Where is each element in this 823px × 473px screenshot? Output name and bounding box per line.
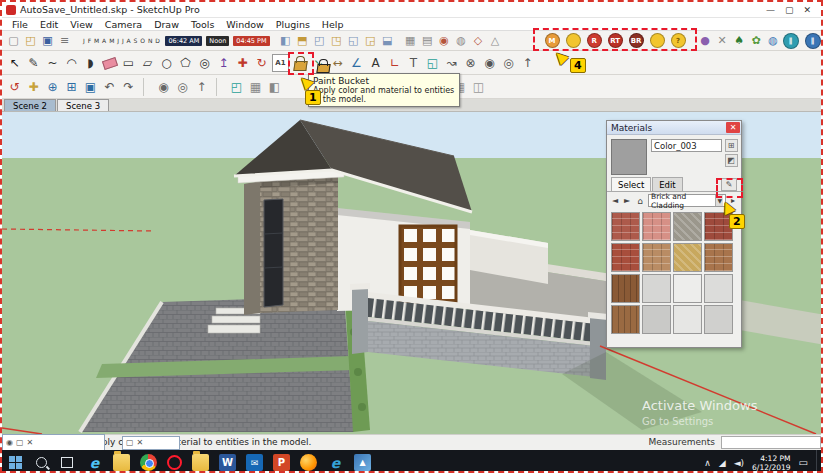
shadow-noon-time[interactable]: Noon (206, 36, 229, 46)
tape-measure-icon[interactable]: ↔ (329, 54, 346, 72)
materials-close-button[interactable]: ✕ (726, 122, 740, 133)
move-tool-icon[interactable]: ✚ (234, 54, 251, 72)
print-icon[interactable]: ≡ (57, 33, 72, 48)
look-around-icon[interactable]: ◎ (500, 54, 517, 72)
maximize-button[interactable]: ▢ (785, 5, 794, 15)
toolbar-separator[interactable] (216, 78, 224, 96)
taskbar-opera-icon[interactable]: O (167, 455, 182, 470)
eraser-tool-icon[interactable] (101, 54, 118, 72)
text-tool-icon[interactable]: A (367, 54, 384, 72)
taskbar-ie-icon[interactable]: e (327, 454, 344, 471)
taskbar-powerpoint-icon[interactable]: P (273, 454, 290, 471)
walk2-icon[interactable]: ↑ (193, 78, 210, 96)
sandbox-contours-icon[interactable]: ▦ (403, 33, 418, 48)
material-name-field[interactable]: Color_003 (651, 139, 722, 152)
toolbar-separator[interactable] (143, 78, 151, 96)
bottom-view-icon[interactable]: ⬓ (380, 33, 395, 48)
rectangle-tool-icon[interactable]: ▭ (120, 54, 137, 72)
File[interactable]: File (6, 19, 34, 30)
create-material-button[interactable]: ⊞ (725, 139, 738, 152)
View[interactable]: View (64, 19, 99, 30)
swatch-white[interactable] (673, 274, 702, 303)
material-preview-thumbnail[interactable] (611, 139, 647, 175)
3d-text-icon[interactable]: T (405, 54, 422, 72)
volume-icon[interactable]: ◄) (734, 458, 744, 468)
swatch-gray2[interactable] (642, 305, 671, 334)
zoom-extents-icon[interactable]: ▣ (82, 78, 99, 96)
shadow-sunrise-time[interactable]: 06:42 AM (165, 36, 202, 46)
front-view-icon[interactable]: ◰ (312, 33, 327, 48)
Edit[interactable]: Edit (34, 19, 64, 30)
taskbar-firefox-icon[interactable] (300, 454, 317, 471)
Camera[interactable]: Camera (99, 19, 148, 30)
top-view-icon[interactable]: ⬒ (295, 33, 310, 48)
notification-center-icon[interactable]: ▭ (799, 457, 808, 468)
intersect-icon[interactable]: ⊗ (462, 54, 479, 72)
collection-dropdown[interactable]: Brick and Cladding ▼ (648, 194, 726, 207)
close-plugin-icon[interactable]: ✕ (715, 33, 730, 48)
search-button[interactable] (28, 450, 54, 473)
close-button[interactable]: ✕ (803, 5, 811, 15)
taskbar-clock[interactable]: 4:12 PM 6/12/2019 (752, 454, 790, 472)
swatch-pavers-red[interactable] (611, 243, 640, 272)
mini-window-icon[interactable]: ◉ (6, 438, 13, 448)
task-view-button[interactable] (54, 450, 80, 473)
swatch-wood-tan[interactable] (611, 305, 640, 334)
mini-window-close-icon[interactable]: ✕ (137, 438, 144, 448)
taskbar-word-icon[interactable]: W (219, 454, 236, 471)
purple-sphere-icon[interactable]: ● (698, 33, 713, 48)
line-tool-icon[interactable]: ✎ (25, 54, 42, 72)
save-file-icon[interactable]: ▣ (40, 33, 55, 48)
orbit-tool-icon[interactable]: ↺ (6, 78, 23, 96)
swatch-stone-yellow[interactable] (673, 243, 702, 272)
geolocation-icon[interactable]: ◍ (766, 33, 781, 48)
smoove-icon[interactable]: ◉ (437, 33, 452, 48)
shadow-sunset-time[interactable]: 04:45 PM (233, 36, 269, 46)
next-view-icon[interactable]: ↷ (120, 78, 137, 96)
rotate-tool-icon[interactable]: ↻ (253, 54, 270, 72)
push-pull-tool-icon[interactable]: ↥ (215, 54, 232, 72)
Help[interactable]: Help (316, 19, 350, 30)
circle-tool-icon[interactable]: ○ (158, 54, 175, 72)
back-view-icon[interactable]: ◱ (346, 33, 361, 48)
swatch-brick-pink[interactable] (642, 212, 671, 241)
section-plane-tool-icon[interactable]: ◱ (424, 54, 441, 72)
previous-view-icon[interactable]: ↶ (101, 78, 118, 96)
open-file-icon[interactable]: ◰ (23, 33, 38, 48)
select-tool-icon[interactable]: ↖ (6, 54, 23, 72)
position-camera-icon[interactable]: ◉ (481, 54, 498, 72)
zoom-window-icon[interactable]: ⊞ (63, 78, 80, 96)
tab-edit[interactable]: Edit (652, 177, 682, 191)
follow-me-icon[interactable]: ↝ (443, 54, 460, 72)
minimized-window-2[interactable]: ▢ ✕ (122, 436, 180, 450)
protractor-icon[interactable]: ∠ (348, 54, 365, 72)
minimize-button[interactable]: — (766, 5, 775, 15)
back-arrow-button[interactable]: ◄ (610, 196, 620, 205)
arc-tool-icon[interactable]: ◠ (63, 54, 80, 72)
mini-window-close-icon[interactable]: ✕ (27, 438, 34, 448)
vegetation-plugin-icon[interactable]: ✿ (749, 33, 764, 48)
in-model-button[interactable]: ⌂ (634, 196, 646, 206)
swatch-brick-red[interactable] (611, 212, 640, 241)
pie-tool-icon[interactable]: ◗ (82, 54, 99, 72)
tree-plugin-icon[interactable]: ♠ (732, 33, 747, 48)
polygon-tool-icon[interactable]: ⬠ (177, 54, 194, 72)
materials-panel-titlebar[interactable]: Materials ✕ (607, 121, 741, 135)
walk-tool-icon[interactable]: ↑ (519, 54, 536, 72)
stamp-icon[interactable]: ◍ (454, 33, 469, 48)
swatch-brick-mixed[interactable] (704, 243, 733, 272)
measurements-input[interactable] (721, 436, 821, 449)
Window[interactable]: Window (220, 19, 269, 30)
iso-view-icon[interactable]: ◧ (278, 33, 293, 48)
pan-tool-icon[interactable]: ✚ (25, 78, 42, 96)
play-plugin-icon[interactable]: ∥ (805, 33, 821, 49)
axes-tool-icon[interactable]: ∟ (386, 54, 403, 72)
swatch-gray3[interactable] (704, 305, 733, 334)
taskbar-chrome-icon[interactable] (140, 454, 157, 471)
swatch-white2[interactable] (673, 305, 702, 334)
taskbar-outlook-icon[interactable]: ✉ (246, 454, 263, 471)
display-section-planes-icon[interactable]: ▦ (247, 78, 264, 96)
secondary-pane-button[interactable]: ◩ (725, 154, 738, 167)
swatch-wood-brown[interactable] (611, 274, 640, 303)
Plugins[interactable]: Plugins (270, 19, 316, 30)
